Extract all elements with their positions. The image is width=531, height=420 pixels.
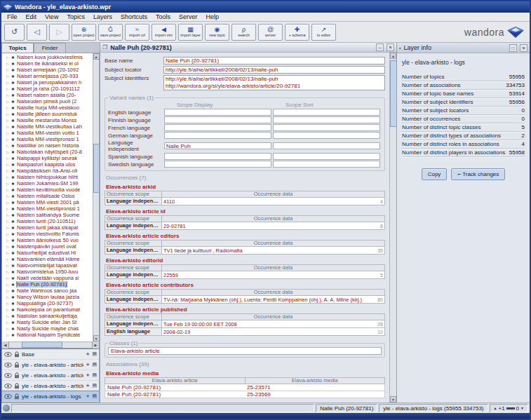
variant-display-field[interactable] (164, 116, 271, 123)
menu-file[interactable]: File (3, 13, 22, 22)
layer-row[interactable]: yle - elava-arkisto - articles★▤ (2, 360, 99, 370)
topic-label[interactable]: Naisvoimistelua 1950-luvu (17, 269, 79, 275)
base-name-field[interactable]: Nalle Puh (20-92781) (163, 57, 385, 65)
tree-vertical-scrollbar[interactable]: ▲ ▼ (93, 53, 99, 341)
topic-label[interactable]: Naisten tunti jakaa sikapal (17, 224, 78, 231)
occurrence-scope-cell[interactable]: English language (105, 328, 162, 336)
occurrence-row[interactable]: Language independent20-927818 (105, 222, 385, 230)
topic-tree-row[interactable]: ▷✱Naisvankien elämää Häme (2, 256, 93, 262)
expander-icon[interactable]: ▷ (6, 55, 11, 60)
expander-icon[interactable]: ▷ (6, 226, 11, 230)
topic-tree-row[interactable]: ▷✱Naistenpäivän juuret ovat (2, 243, 93, 250)
expander-icon[interactable]: ▷ (6, 125, 11, 129)
topic-tree-row[interactable]: ▷✱Nancy Wilson laulaa jazzia (2, 294, 93, 300)
topic-label[interactable]: Naispastori kaapista ulos (17, 161, 75, 168)
topic-label[interactable]: Naisten hiihtojoukkue hiiht (17, 174, 78, 180)
topic-tree-row[interactable]: ▷✱Naispastori kaapista ulos (2, 161, 93, 168)
topic-label[interactable]: Naiset naisen asialla (20- (17, 92, 76, 98)
down-triangle-icon[interactable]: ▼ (520, 405, 524, 412)
topic-label[interactable]: Naisille jälleen suunnistuk (17, 111, 77, 117)
topic-label[interactable]: National Napalm Syndicate (17, 332, 80, 338)
expander-icon[interactable]: ▷ (6, 213, 11, 217)
association-player-media[interactable]: 25-23571 (245, 384, 384, 391)
expander-icon[interactable]: ▷ (6, 257, 11, 262)
occurrence-row[interactable]: Language independentTue Feb 19 00:00:00 … (105, 320, 385, 328)
expander-icon[interactable]: ▷ (6, 169, 11, 173)
topic-tree-row[interactable]: ▷✱Naisille jälleen suunnistuk (2, 111, 93, 117)
topic-tree-row[interactable]: ▷✱Naisilla MM-viestipronssi 1 (2, 136, 93, 142)
association-row[interactable]: Nalle Puh (20-92781)25-23569 (105, 391, 385, 398)
scroll-left-icon[interactable]: ◀ (2, 341, 9, 348)
topic-label[interactable]: Naiset armeijaan (20-1092 (17, 67, 79, 73)
occurrence-row[interactable]: Language independent41104 (105, 198, 385, 205)
topic-label[interactable]: Nalle Puh (20-92781) (17, 281, 67, 287)
editor-title-bar[interactable]: ❐ Nalle Puh (20-92781) ─ ✕ (100, 43, 396, 53)
topic-tree-row[interactable]: ▷✱Nasty Suicide maybe chas (2, 325, 93, 332)
variant-display-field[interactable] (164, 124, 271, 131)
topic-label[interactable]: Naisten MM-viestipronssi 1 (17, 205, 80, 212)
topic-tree-row[interactable]: ▷✱Nalle Puh (20-92781) (2, 281, 93, 287)
topic-tree-row[interactable]: ▷✱Naisten salibandya Suome (2, 212, 93, 218)
topic-label[interactable]: Naisen tie ikänaiseksi ei ol (17, 60, 79, 67)
expander-icon[interactable]: ▷ (6, 302, 11, 306)
topic-label[interactable]: Naistenpäivän juuret ovat (17, 243, 76, 250)
expander-icon[interactable]: ▷ (6, 62, 11, 66)
topic-tree-row[interactable]: ▷✱Naiseuden pimeä puoli (2 (2, 98, 93, 104)
topic-tree-row[interactable]: ▷✱Naisilla MM-viestin voitto 1 (2, 130, 93, 136)
topic-label[interactable]: Naisten äänioikeus 50 vuo (17, 237, 79, 243)
expander-icon[interactable]: ▷ (6, 327, 11, 331)
variant-display-field[interactable] (164, 153, 271, 160)
topic-label[interactable]: Naisurheilijat edustivat Hi (17, 250, 76, 256)
topic-label[interactable]: Nastolan sairaankuljettaja (17, 313, 77, 319)
editor-vertical-scrollbar[interactable]: ▲ ▼ (389, 53, 396, 402)
topic-tree-row[interactable]: ▷✱Naisten Jokamies-SM 199 (2, 180, 93, 187)
topic-tree-row[interactable]: ▷✱Naisten tunti jakaa sikapal (2, 224, 93, 231)
expander-icon[interactable]: ▷ (6, 68, 11, 72)
scroll-down-icon[interactable]: ▼ (390, 396, 396, 402)
expander-icon[interactable]: ▷ (6, 175, 11, 179)
expander-icon[interactable]: ▷ (6, 264, 11, 268)
expander-icon[interactable]: ▷ (6, 163, 11, 167)
occurrence-data-cell[interactable]: Tue Feb 19 00:00:00 EET 200828 (162, 320, 385, 328)
menu-view[interactable]: View (41, 13, 62, 22)
topic-tree-row[interactable]: ▷✱Naisotakan näytöspeli (20-8 (2, 149, 93, 155)
menu-edit[interactable]: Edit (22, 13, 41, 22)
new-topic-button[interactable]: ◉new topic (205, 24, 229, 41)
topic-tree-row[interactable]: ▷✱Naiset ja peruspalkkainen h (2, 79, 93, 86)
occurrence-scope-cell[interactable]: Language independent (105, 296, 162, 304)
occurrence-scope-cell[interactable]: Language independent (105, 271, 162, 279)
expander-icon[interactable]: ▷ (6, 333, 11, 337)
topic-tree-row[interactable]: ▷✱Naisvoimistelua 1950-luvu (2, 269, 93, 275)
scroll-thumb[interactable] (93, 144, 100, 193)
topic-tree-row[interactable]: ▷✱Nakit vedetään vappuna si (2, 275, 93, 281)
topic-tree-row[interactable]: ▷✱Naisten hiihtojoukkue hiiht (2, 174, 93, 180)
expander-icon[interactable]: ▷ (6, 81, 11, 85)
topic-label[interactable]: Nasty Suicide maybe chas (17, 325, 79, 332)
expander-icon[interactable]: ▷ (6, 106, 11, 110)
topic-tree-row[interactable]: ▷✱Naisen kuva joukkoviestimis (2, 54, 93, 60)
topic-label[interactable]: Nalle Wahlroos sanoo jaa (17, 287, 76, 294)
save-project-button[interactable]: Ĝsave project (98, 24, 123, 41)
topic-tree-row[interactable]: ▷✱Nastolan sairaankuljettaja (2, 313, 93, 319)
expander-icon[interactable]: ▷ (6, 245, 11, 249)
layer-name[interactable]: yle - elava-arkisto - logs (22, 393, 83, 400)
star-icon[interactable]: ★ (86, 393, 90, 399)
scroll-thumb[interactable] (22, 341, 62, 348)
expander-icon[interactable]: ▷ (6, 308, 11, 312)
up-triangle-icon[interactable]: ▲ (494, 405, 497, 412)
expander-icon[interactable]: ▷ (6, 194, 11, 198)
topic-tree-row[interactable]: ▷✱Narkolepsia on parantumat (2, 306, 93, 313)
expander-icon[interactable]: ▷ (6, 219, 11, 224)
layer-name[interactable]: yle - elava-arkisto - articles (22, 362, 83, 368)
variant-display-field[interactable] (164, 109, 271, 116)
back-button[interactable]: ◁ (27, 24, 47, 41)
topic-tree-row[interactable]: ▷✱Naisten äänioikeus 50 vuo (2, 237, 93, 243)
layer-stack-icon[interactable]: ▤ (92, 393, 97, 399)
layer-name[interactable]: yle - elava-arkisto - article a (22, 372, 83, 379)
import-xtm-button[interactable]: ◀import xtm (152, 24, 176, 41)
expander-icon[interactable]: ▷ (6, 320, 11, 325)
occurrence-type-link[interactable]: Elava-arkisto article published (106, 306, 385, 313)
layer-info-title-bar[interactable]: ▪ Layer info □ ✕ (397, 43, 530, 53)
layer-name[interactable]: yle - elava-arkisto - article (22, 383, 83, 389)
expander-icon[interactable]: ▷ (6, 100, 11, 104)
